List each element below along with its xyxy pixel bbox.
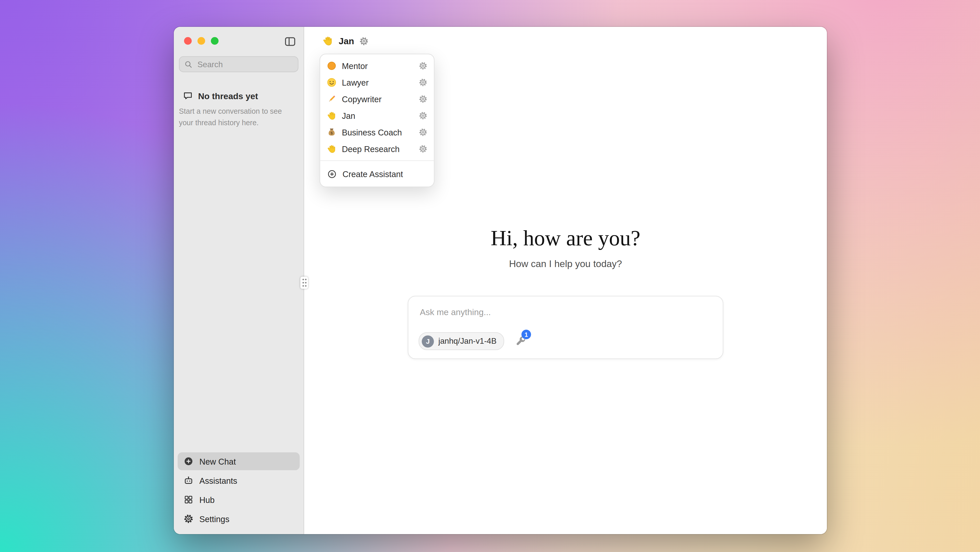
model-avatar: J	[422, 335, 434, 347]
assistant-menu: Mentor	[320, 54, 434, 187]
grid-icon	[183, 495, 194, 505]
menu-item-label: Copywriter	[342, 94, 382, 104]
sidebar-item-label: New Chat	[199, 457, 236, 466]
menu-item-label: Jan	[342, 111, 355, 121]
pane-resize-handle[interactable]	[300, 277, 308, 289]
sidebar-item-label: Hub	[199, 495, 215, 504]
wave-hand-icon	[327, 144, 337, 154]
main-header: Jan	[304, 27, 827, 55]
sidebar-item-label: Settings	[199, 514, 229, 523]
window-controls	[184, 37, 218, 45]
gear-icon[interactable]	[419, 128, 428, 137]
close-button[interactable]	[184, 37, 192, 45]
empty-state-title: No threads yet	[198, 91, 258, 101]
sidebar-item-assistants[interactable]: Assistants	[178, 471, 300, 489]
gear-icon[interactable]	[419, 111, 428, 120]
tools-count-badge: 1	[522, 330, 531, 339]
create-assistant-button[interactable]: Create Assistant	[320, 164, 434, 183]
plus-circle-outline-icon	[327, 169, 337, 179]
gear-icon[interactable]	[419, 61, 428, 70]
gear-icon[interactable]	[419, 95, 428, 103]
search-input[interactable]	[196, 59, 302, 69]
svg-text:$: $	[331, 131, 333, 135]
desktop-wallpaper: No threads yet Start a new conversation …	[0, 0, 980, 552]
minimize-button[interactable]	[197, 37, 205, 45]
menu-item-label: Mentor	[342, 61, 368, 71]
wave-hand-icon	[327, 111, 337, 121]
hugging-face-icon	[327, 78, 337, 87]
zoom-button[interactable]	[211, 37, 218, 45]
welcome-block: Hi, how are you? How can I help you toda…	[304, 226, 827, 269]
assistant-title[interactable]: Jan	[339, 36, 354, 46]
gear-icon[interactable]	[419, 145, 428, 153]
threads-empty-state: No threads yet Start a new conversation …	[179, 91, 299, 129]
model-name: janhq/Jan-v1-4B	[438, 337, 496, 346]
assistant-settings-gear-icon[interactable]	[359, 36, 369, 46]
model-selector[interactable]: J janhq/Jan-v1-4B	[419, 332, 504, 350]
menu-item-lawyer[interactable]: Lawyer	[320, 74, 434, 91]
wave-hand-icon	[322, 35, 334, 47]
menu-item-business-coach[interactable]: $ Business Coach	[320, 124, 434, 140]
menu-item-deep-research[interactable]: Deep Research	[320, 140, 434, 157]
composer-toolbar: J janhq/Jan-v1-4B 1	[419, 332, 527, 350]
sidebar-item-new-chat[interactable]: New Chat	[178, 452, 300, 470]
plus-circle-icon	[183, 456, 194, 466]
menu-item-label: Business Coach	[342, 127, 402, 137]
main-panel: Jan Mentor	[304, 27, 827, 534]
greeting-subtitle: How can I help you today?	[304, 258, 827, 269]
robot-icon	[183, 475, 194, 485]
menu-item-copywriter[interactable]: Copywriter	[320, 91, 434, 107]
menu-item-jan[interactable]: Jan	[320, 107, 434, 124]
sidebar-item-label: Assistants	[199, 476, 237, 485]
menu-item-label: Deep Research	[342, 144, 400, 154]
gear-icon[interactable]	[419, 78, 428, 87]
search-icon	[184, 60, 193, 69]
sidebar-item-settings[interactable]: Settings	[178, 510, 300, 528]
money-bag-icon: $	[327, 127, 337, 137]
message-input[interactable]	[419, 307, 713, 318]
greeting-title: Hi, how are you?	[304, 226, 827, 250]
menu-item-label: Lawyer	[342, 78, 369, 87]
sidebar-toggle-icon[interactable]	[284, 35, 296, 48]
app-window: No threads yet Start a new conversation …	[174, 27, 827, 534]
chat-bubble-icon	[183, 91, 193, 101]
pencil-icon	[327, 94, 337, 104]
menu-divider	[320, 161, 434, 161]
create-assistant-label: Create Assistant	[342, 169, 403, 179]
sidebar: No threads yet Start a new conversation …	[174, 27, 304, 534]
orange-circle-icon	[327, 61, 337, 71]
sidebar-nav: New Chat Assistants	[178, 451, 300, 528]
tools-button[interactable]: 1	[515, 336, 527, 347]
gear-icon	[183, 514, 194, 524]
chat-composer[interactable]: J janhq/Jan-v1-4B 1	[408, 296, 723, 359]
search-box[interactable]	[179, 56, 299, 72]
empty-state-description: Start a new conversation to see your thr…	[179, 106, 299, 129]
grip-dots-icon	[301, 278, 307, 288]
menu-item-mentor[interactable]: Mentor	[320, 57, 434, 74]
sidebar-item-hub[interactable]: Hub	[178, 491, 300, 509]
